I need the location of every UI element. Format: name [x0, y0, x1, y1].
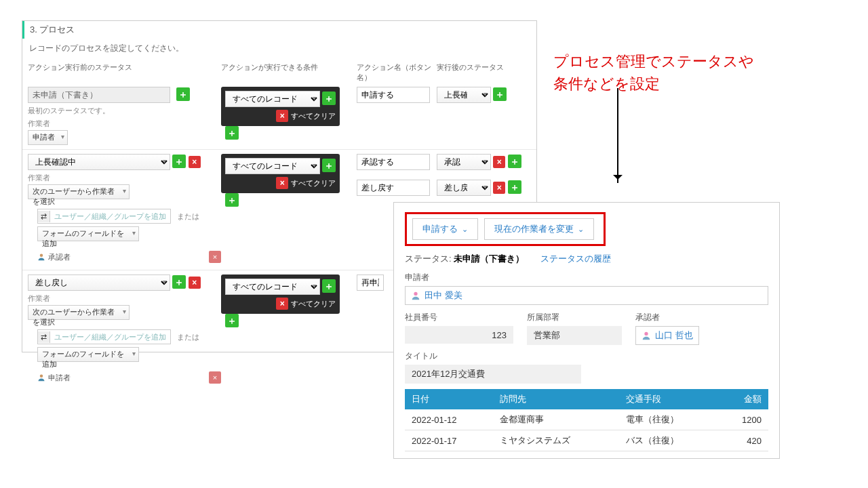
- user-chip[interactable]: 山口 哲也: [635, 326, 699, 345]
- or-label: または: [177, 212, 199, 220]
- remove-person-button[interactable]: ×: [209, 371, 221, 384]
- field-label: 承認者: [635, 312, 699, 323]
- clear-all-label: すべてクリア: [291, 112, 336, 120]
- record-detail-panel: 申請する⌄ 現在の作業者を変更⌄ ステータス: 未申請（下書き） ステータスの履…: [393, 202, 780, 459]
- all-records-select[interactable]: すべてのレコード: [225, 279, 320, 295]
- add-status-button[interactable]: ＋: [172, 155, 186, 168]
- worker-source-select[interactable]: 次のユーザーから作業者を選択: [28, 184, 130, 199]
- remove-line-button[interactable]: ×: [493, 156, 505, 168]
- add-line-button[interactable]: ＋: [508, 180, 521, 194]
- all-records-select[interactable]: すべてのレコード: [225, 158, 320, 174]
- highlight-box: 申請する⌄ 現在の作業者を変更⌄: [405, 212, 606, 246]
- all-records-select[interactable]: すべてのレコード: [225, 91, 320, 107]
- condition-box: すべてのレコード ＋ ×すべてクリア: [221, 274, 340, 314]
- add-cond-button[interactable]: ＋: [322, 279, 336, 293]
- or-label: または: [177, 333, 199, 341]
- table-row: 2022-01-17 ミヤタシステムズ バス（往復） 420: [405, 430, 768, 451]
- arrow-down-icon: [617, 88, 618, 183]
- process-row: 未申請（下書き） ＋ 最初のステータスです。 作業者 申請者 すべてのレコード …: [22, 83, 536, 150]
- after-status-select[interactable]: 承認: [437, 154, 491, 170]
- col-before: アクション実行前のステータス: [28, 62, 221, 83]
- col-after: 実行後のステータス: [437, 62, 525, 83]
- change-worker-button[interactable]: 現在の作業者を変更⌄: [484, 218, 594, 240]
- form-field-select[interactable]: フォームのフィールドを追加: [37, 226, 139, 241]
- svg-point-2: [414, 292, 417, 296]
- condition-box: すべてのレコード ＋ ×すべてクリア: [221, 87, 340, 126]
- action-name-input[interactable]: [357, 274, 384, 291]
- svg-point-3: [644, 332, 648, 336]
- expense-table: 日付 訪問先 交通手段 金額 2022-01-12 金都運商事 電車（往復） 1…: [405, 389, 768, 451]
- user-org-input[interactable]: ⇄ユーザー／組織／グループを追加: [37, 209, 171, 224]
- first-status-note: 最初のステータスです。: [28, 106, 221, 116]
- add-status-button[interactable]: ＋: [176, 87, 190, 101]
- action-name-input[interactable]: [357, 154, 430, 170]
- table-header-row: 日付 訪問先 交通手段 金額: [405, 389, 768, 409]
- avatar-icon: [411, 291, 420, 300]
- status-select[interactable]: 差し戻し: [28, 274, 170, 291]
- status-select[interactable]: 上長確認中: [28, 154, 170, 170]
- th-dest: 訪問先: [493, 389, 619, 409]
- remove-person-button[interactable]: ×: [209, 251, 221, 263]
- avatar-icon: [642, 331, 651, 340]
- clear-icon[interactable]: ×: [276, 177, 288, 189]
- section-subtitle: レコードのプロセスを設定してください。: [22, 39, 536, 58]
- svg-point-0: [40, 254, 43, 258]
- add-cond-button[interactable]: ＋: [322, 159, 336, 172]
- status-line: ステータス: 未申請（下書き） ステータスの履歴: [405, 253, 768, 265]
- add-line-button[interactable]: ＋: [508, 155, 521, 168]
- user-org-input[interactable]: ⇄ユーザー／組織／グループを追加: [37, 329, 171, 344]
- user-chip[interactable]: 田中 愛美: [405, 286, 768, 305]
- col-cond: アクションが実行できる条件: [221, 62, 357, 83]
- form-field-select[interactable]: フォームのフィールドを追加: [37, 347, 139, 362]
- after-status-select[interactable]: 差し戻し: [437, 180, 491, 196]
- remove-line-button[interactable]: ×: [493, 182, 505, 194]
- remove-status-button[interactable]: ×: [189, 277, 201, 289]
- table-row: 2022-01-12 金都運商事 電車（往復） 1200: [405, 409, 768, 430]
- person-chip: 申請者 ×: [37, 371, 221, 384]
- clear-icon[interactable]: ×: [276, 110, 288, 122]
- add-branch-button[interactable]: ＋: [225, 126, 239, 140]
- th-trans: 交通手段: [619, 389, 719, 409]
- col-action: アクション名（ボタン名）: [357, 62, 437, 83]
- add-status-button[interactable]: ＋: [172, 275, 186, 289]
- action-name-input[interactable]: [357, 87, 430, 103]
- title-value: 2021年12月交通費: [405, 365, 581, 384]
- person-icon: [37, 373, 45, 382]
- field-label: 申請者: [405, 272, 768, 283]
- field-label: タイトル: [405, 350, 768, 362]
- worker-source-select[interactable]: 次のユーザーから作業者を選択: [28, 305, 130, 320]
- add-cond-button[interactable]: ＋: [322, 92, 336, 105]
- add-after-button[interactable]: ＋: [493, 87, 507, 101]
- status-readonly: 未申請（下書き）: [28, 87, 170, 103]
- after-status-select[interactable]: 上長確認中: [437, 87, 491, 103]
- chevron-down-icon: ⌄: [462, 225, 468, 234]
- person-chip: 承認者 ×: [37, 251, 221, 263]
- worker-label: 作業者: [28, 293, 221, 304]
- condition-box: すべてのレコード ＋ ×すべてクリア: [221, 154, 340, 193]
- annotation-text: プロセス管理でステータスや条件などを設定: [553, 50, 754, 95]
- th-amount: 金額: [719, 389, 768, 409]
- chevron-down-icon: ⌄: [578, 225, 584, 234]
- status-value: 未申請（下書き）: [454, 253, 524, 264]
- action-name-input[interactable]: [357, 180, 430, 196]
- column-headers: アクション実行前のステータス アクションが実行できる条件 アクション名（ボタン名…: [22, 62, 536, 83]
- empno-value: 123: [405, 326, 513, 344]
- dept-value: 営業部: [527, 326, 622, 345]
- remove-status-button[interactable]: ×: [189, 156, 201, 168]
- field-label: 社員番号: [405, 312, 513, 323]
- apply-button[interactable]: 申請する⌄: [412, 218, 478, 240]
- field-label: 所属部署: [527, 312, 622, 323]
- worker-label: 作業者: [28, 119, 221, 129]
- worker-select[interactable]: 申請者: [28, 130, 68, 145]
- th-date: 日付: [405, 389, 493, 409]
- person-icon: [37, 253, 45, 261]
- section-title: 3. プロセス: [22, 21, 536, 39]
- add-branch-button[interactable]: ＋: [225, 193, 239, 207]
- worker-label: 作業者: [28, 173, 221, 183]
- status-history-link[interactable]: ステータスの履歴: [540, 253, 611, 264]
- clear-icon[interactable]: ×: [276, 298, 288, 310]
- add-branch-button[interactable]: ＋: [225, 314, 239, 327]
- svg-point-1: [40, 375, 43, 378]
